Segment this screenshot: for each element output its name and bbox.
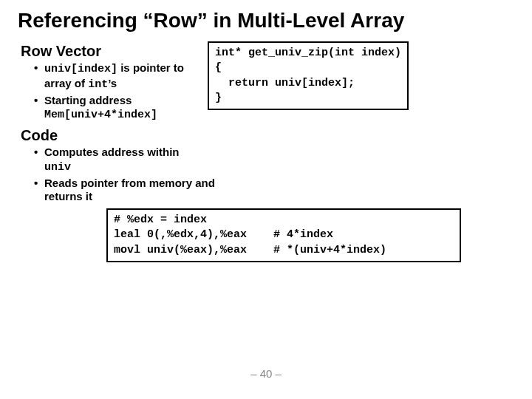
code-bullets: Computes address within univ Reads point…	[34, 146, 226, 204]
bullet-starting-address: Starting address Mem[univ+4*index]	[34, 94, 208, 123]
code-univ: univ	[44, 161, 71, 174]
bullet-computes-address: Computes address within univ	[34, 146, 226, 175]
bullet-univ-pointer: univ[index] is pointer to array of int’s	[34, 61, 208, 92]
row-vector-bullets: univ[index] is pointer to array of int’s…	[34, 61, 208, 123]
code-int: int	[88, 78, 108, 91]
row-vector-heading: Row Vector	[21, 43, 208, 60]
slide: Referencing “Row” in Multi-Level Array R…	[0, 0, 532, 399]
c-code-box: int* get_univ_zip(int index) { return un…	[208, 41, 409, 110]
asm-code-box: # %edx = index leal 0(,%edx,4),%eax # 4*…	[106, 208, 461, 262]
bullet-reads-pointer: Reads pointer from memory and returns it	[34, 177, 226, 205]
text-starting-address: Starting address	[44, 94, 132, 106]
code-heading: Code	[21, 127, 514, 144]
row-vector-col: Row Vector univ[index] is pointer to arr…	[18, 40, 208, 124]
text-computes-address: Computes address within	[44, 146, 180, 158]
row-vector-row: Row Vector univ[index] is pointer to arr…	[18, 40, 514, 124]
slide-number: – 40 –	[0, 367, 532, 380]
slide-title: Referencing “Row” in Multi-Level Array	[18, 9, 514, 33]
code-mem-expr: Mem[univ+4*index]	[44, 109, 157, 121]
text-apost-s: ’s	[108, 77, 117, 89]
code-univ-index: univ[index]	[44, 63, 117, 75]
